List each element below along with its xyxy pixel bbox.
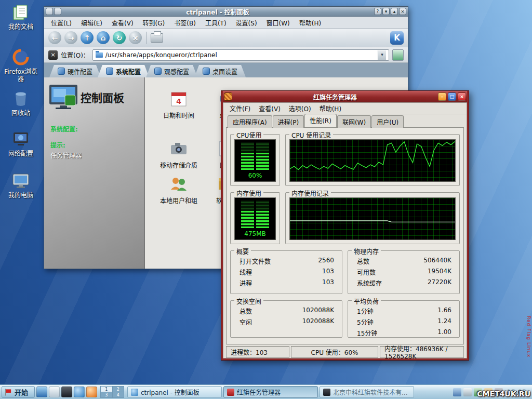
start-button[interactable]: 开始 [2, 386, 35, 398]
task-label: 红旗任务管理器 [237, 388, 281, 396]
stat-label: 打开文件数 [240, 257, 271, 265]
menu-go[interactable]: 转到(G) [138, 17, 170, 29]
tab-processes[interactable]: 进程(P) [273, 115, 304, 128]
chevron-down-icon[interactable]: ▾ [378, 50, 386, 60]
cpu-usage-value: 60% [235, 171, 275, 181]
desktop-pager[interactable]: 1 2 3 4 [100, 386, 124, 398]
menu-view[interactable]: 查看(V) [255, 102, 285, 114]
stat-label: 空闲 [240, 317, 252, 326]
menu-file[interactable]: 文件(F) [225, 102, 255, 114]
tab-performance[interactable]: 性能(R) [304, 114, 337, 127]
maximize-button[interactable]: ▴ [391, 8, 398, 15]
menu-settings[interactable]: 设置(S) [231, 17, 262, 29]
input-method-icon[interactable] [453, 388, 461, 396]
close-button[interactable]: × [458, 92, 466, 101]
tab-hardware-config[interactable]: 硬件配置 [49, 65, 101, 77]
pager-desktop-2[interactable]: 2 [113, 387, 124, 392]
window-menu-icon[interactable] [46, 8, 53, 15]
documents-icon [11, 3, 30, 22]
status-cpu-usage: CPU 使用：60% [291, 346, 378, 358]
desktop-icon-my-computer[interactable]: 我的电脑 [3, 171, 38, 200]
up-icon[interactable]: ↑ [81, 31, 94, 44]
stat-value: 1.24 [437, 317, 451, 326]
desktop-icon-label: Firefox浏览器 [3, 69, 38, 83]
taskbar-task-ctrlpanel[interactable]: ctrlpanel - 控制面板 [127, 386, 222, 398]
minimize-button[interactable]: ▾ [382, 8, 390, 15]
menu-bookmarks[interactable]: 书签(B) [169, 17, 201, 29]
cpu-history-graph [289, 139, 456, 182]
maximize-button[interactable]: □ [448, 92, 456, 101]
minimize-button[interactable]: – [438, 92, 446, 101]
konqueror-locationbar: × 位置(O)： /usr/share/apps/konqueror/ctrlp… [44, 47, 408, 63]
desktop-icon-label: 回收站 [3, 110, 38, 117]
desktop-icon-my-documents[interactable]: 我的文档 [3, 3, 38, 31]
menu-view[interactable]: 查看(V) [107, 17, 138, 29]
performance-panel: CPU使用 60% CPU 使用记录 [226, 127, 464, 344]
firefox-launcher-icon[interactable] [86, 387, 97, 397]
desktop-icon-firefox[interactable]: Firefox浏览器 [3, 48, 38, 83]
pager-desktop-3[interactable]: 3 [101, 392, 112, 397]
task-manager-menubar: 文件(F) 查看(V) 选项(O) 帮助(H) [223, 103, 467, 114]
control-panel-sidebar: 控制面板 系统配置: 提示: 任务管理器 [44, 77, 145, 269]
taskbar-task-browser[interactable]: 北京中科红旗软件技术有... [320, 386, 414, 398]
tab-label: 系统配置 [116, 67, 141, 76]
stat-value: 103 [322, 268, 334, 276]
item-removable-media[interactable]: 移动存储介质 [156, 139, 201, 169]
watermark-text: CMET4UK.RU [477, 390, 530, 398]
item-label: 本地用户和组 [156, 196, 201, 205]
reload-icon[interactable]: ↻ [113, 31, 126, 44]
menu-window[interactable]: 窗口(W) [262, 17, 295, 29]
pager-desktop-4[interactable]: 4 [113, 392, 124, 397]
menu-tools[interactable]: 工具(T) [201, 17, 231, 29]
clear-location-icon[interactable]: × [48, 50, 58, 60]
tab-applications[interactable]: 应用程序(A) [228, 115, 272, 128]
tab-system-config[interactable]: 系统配置 [98, 65, 149, 77]
task-manager-tabs: 应用程序(A) 进程(P) 性能(R) 联网(W) 用户(U) [223, 114, 467, 127]
forward-icon[interactable]: → [64, 31, 77, 44]
print-icon[interactable] [151, 33, 163, 43]
home-icon[interactable]: ⌂ [97, 31, 110, 44]
menu-help[interactable]: 帮助(H) [295, 17, 326, 29]
sticky-icon[interactable] [54, 8, 61, 15]
help-button[interactable]: ? [374, 8, 381, 15]
item-local-users-groups[interactable]: 本地用户和组 [156, 174, 201, 205]
tab-label: 桌面设置 [212, 67, 237, 76]
red-flag-icon [4, 388, 12, 396]
stop-icon[interactable]: × [129, 31, 142, 44]
sidebar-section-label: 系统配置: [50, 124, 140, 133]
stat-value: 1.00 [437, 328, 451, 337]
item-date-time[interactable]: 4 日期和时间 [156, 89, 201, 119]
menu-location[interactable]: 位置(L) [46, 17, 76, 29]
desktop-icon-recycle-bin[interactable]: 回收站 [3, 89, 38, 117]
konqueror-titlebar[interactable]: ctrlpanel - 控制面板 ? ▾ ▴ × [44, 7, 408, 17]
home-folder-icon[interactable] [49, 387, 60, 397]
window-menu-icon[interactable] [224, 92, 232, 101]
desktop-icon-label: 我的文档 [3, 24, 38, 31]
volume-icon[interactable] [463, 388, 472, 396]
users-icon [169, 174, 189, 194]
terminal-icon[interactable] [61, 387, 72, 397]
close-button[interactable]: × [399, 8, 406, 15]
show-desktop-icon[interactable] [36, 387, 47, 397]
cpu-history-group: CPU 使用记录 [285, 134, 460, 186]
tab-users[interactable]: 用户(U) [371, 115, 404, 128]
stat-label: 总数 [357, 257, 369, 265]
taskbar-task-taskmanager[interactable]: 红旗任务管理器 [223, 386, 318, 398]
desktop-icon-network-config[interactable]: 网络配置 [3, 130, 38, 158]
stat-label: 进程 [240, 278, 252, 287]
menu-options[interactable]: 选项(O) [285, 102, 315, 114]
menu-edit[interactable]: 编辑(E) [76, 17, 107, 29]
location-input[interactable]: /usr/share/apps/konqueror/ctrlpanel ▾ [92, 49, 389, 61]
task-manager-titlebar[interactable]: 红旗任务管理器 – □ × [223, 91, 467, 102]
calendar-icon: 4 [169, 89, 189, 109]
memory-usage-group: 内存使用 475MB [230, 192, 280, 244]
tab-desktop-config[interactable]: 桌面设置 [194, 65, 246, 77]
pager-desktop-1[interactable]: 1 [101, 387, 112, 392]
tab-look-config[interactable]: 观感配置 [146, 65, 197, 77]
tab-networking[interactable]: 联网(W) [337, 115, 371, 128]
konqueror-icon[interactable] [74, 387, 85, 397]
back-icon[interactable]: ← [48, 31, 61, 44]
menu-help[interactable]: 帮助(H) [315, 102, 345, 114]
go-button[interactable] [392, 49, 404, 61]
cpu-history-line [290, 141, 455, 169]
